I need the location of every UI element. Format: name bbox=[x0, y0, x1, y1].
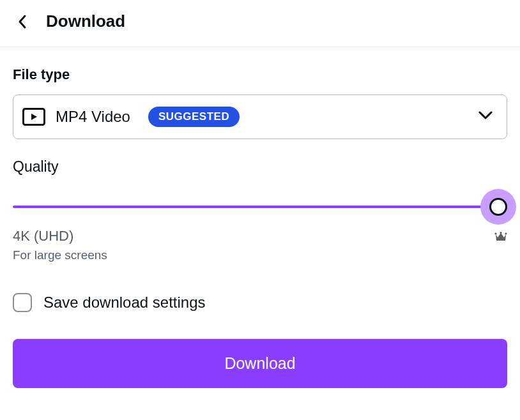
quality-label: Quality bbox=[13, 158, 507, 176]
panel-header: Download bbox=[0, 0, 520, 47]
svg-point-3 bbox=[505, 232, 507, 234]
slider-thumb-inner bbox=[489, 198, 507, 216]
svg-point-1 bbox=[494, 232, 496, 234]
quality-text: 4K (UHD) For large screens bbox=[13, 228, 107, 262]
save-settings-checkbox[interactable] bbox=[13, 293, 32, 312]
suggested-badge: SUGGESTED bbox=[148, 107, 240, 127]
quality-info-row: 4K (UHD) For large screens bbox=[13, 228, 507, 262]
crown-icon bbox=[494, 232, 507, 242]
back-button[interactable] bbox=[13, 12, 32, 31]
panel-content: File type MP4 Video SUGGESTED Quality bbox=[0, 47, 520, 401]
slider-track bbox=[13, 206, 507, 208]
quality-description: For large screens bbox=[13, 248, 107, 262]
slider-thumb[interactable] bbox=[480, 189, 516, 225]
quality-value-name: 4K (UHD) bbox=[13, 228, 107, 244]
filetype-dropdown[interactable]: MP4 Video SUGGESTED bbox=[13, 94, 507, 139]
quality-slider[interactable] bbox=[13, 197, 507, 216]
video-icon bbox=[22, 108, 45, 126]
svg-point-2 bbox=[500, 232, 501, 234]
save-settings-row: Save download settings bbox=[13, 293, 507, 312]
download-button[interactable]: Download bbox=[13, 339, 507, 388]
filetype-label: File type bbox=[13, 66, 507, 83]
page-title: Download bbox=[46, 11, 125, 31]
chevron-left-icon bbox=[17, 14, 27, 29]
filetype-selected: MP4 Video bbox=[56, 108, 130, 126]
dropdown-value: MP4 Video SUGGESTED bbox=[22, 107, 240, 127]
save-settings-label: Save download settings bbox=[43, 294, 206, 311]
chevron-down-icon bbox=[478, 111, 493, 123]
